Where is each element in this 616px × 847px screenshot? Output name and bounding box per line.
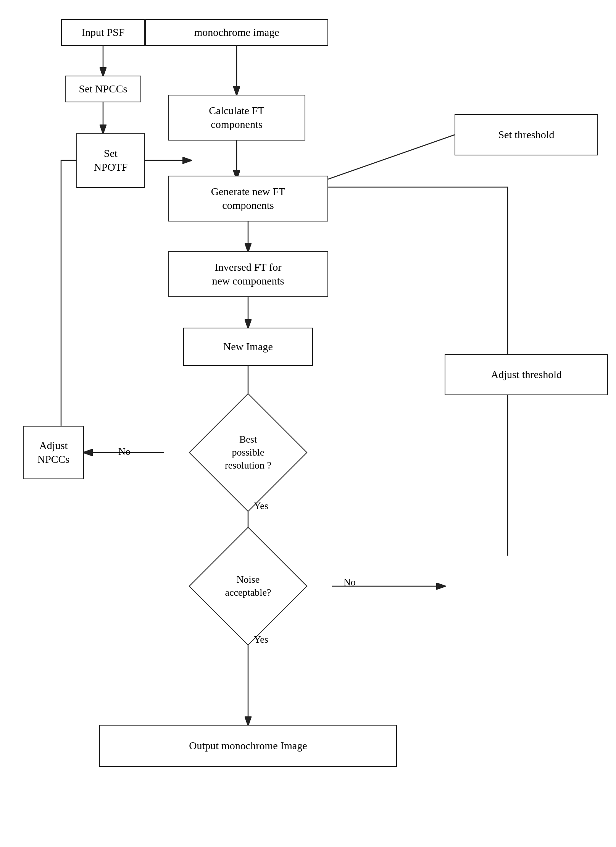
monochrome-image-box: monochrome image [145, 19, 328, 46]
set-npccs-box: Set NPCCs [65, 76, 141, 102]
input-psf-label: Input PSF [82, 26, 125, 39]
calculate-ft-box: Calculate FTcomponents [168, 95, 305, 141]
generate-ft-label: Generate new FTcomponents [211, 185, 285, 213]
generate-ft-box: Generate new FTcomponents [168, 176, 328, 221]
yes-noise-label: Yes [254, 634, 268, 645]
set-npotf-box: SetNPOTF [76, 133, 145, 188]
adjust-npccs-box: AdjustNPCCs [23, 426, 84, 479]
no-right-label: No [343, 577, 356, 588]
set-npccs-label: Set NPCCs [79, 82, 127, 96]
inversed-ft-box: Inversed FT fornew components [168, 251, 328, 297]
calculate-ft-label: Calculate FTcomponents [209, 104, 264, 132]
set-npotf-label: SetNPOTF [94, 147, 128, 175]
output-monochrome-label: Output monochrome Image [189, 739, 307, 753]
adjust-threshold-label: Adjust threshold [491, 368, 562, 381]
yes-best-label: Yes [254, 500, 268, 512]
new-image-box: New Image [183, 328, 313, 366]
set-threshold-label: Set threshold [498, 128, 555, 142]
best-resolution-label: Bestpossibleresolution ? [225, 433, 271, 472]
adjust-npccs-label: AdjustNPCCs [37, 439, 69, 467]
adjust-threshold-box: Adjust threshold [445, 354, 608, 395]
output-monochrome-box: Output monochrome Image [99, 725, 397, 767]
best-resolution-diamond: Bestpossibleresolution ? [160, 408, 336, 497]
flowchart: Input PSF monochrome image Set NPCCs Set… [0, 0, 616, 847]
noise-acceptable-diamond: Noiseacceptable? [160, 541, 336, 631]
no-left-label: No [118, 446, 131, 457]
monochrome-image-label: monochrome image [194, 26, 279, 39]
new-image-label: New Image [223, 340, 273, 354]
input-psf-box: Input PSF [61, 19, 145, 46]
set-threshold-box: Set threshold [455, 114, 598, 155]
noise-acceptable-label: Noiseacceptable? [225, 573, 271, 599]
inversed-ft-label: Inversed FT fornew components [212, 260, 284, 288]
